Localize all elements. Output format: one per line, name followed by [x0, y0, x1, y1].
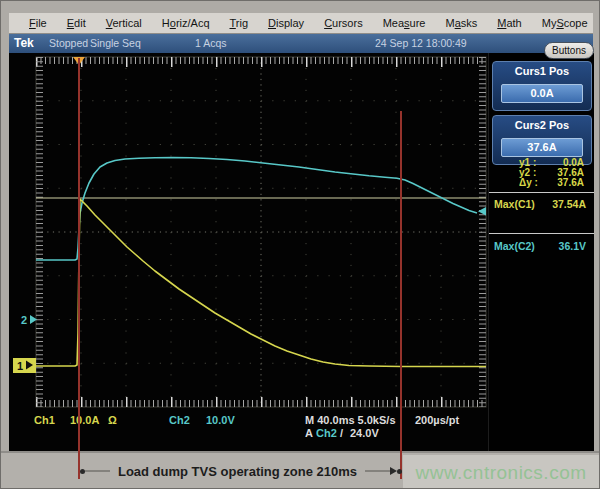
dy-label: Δy : — [519, 177, 538, 188]
cursor2-value-field[interactable]: 37.6A — [501, 138, 583, 157]
ch1-scale[interactable]: 10.0A — [70, 414, 99, 426]
caption-area: Load dump TVS operating zone 210ms www.c… — [1, 451, 600, 489]
timebase-readout: M 40.0ms 5.0kS/s — [305, 414, 396, 426]
right-arrow-icon — [390, 467, 397, 475]
ch1-coupling: Ω — [108, 414, 117, 426]
status-bar: Tek Stopped Single Seq 1 Acqs 24 Sep 12 … — [9, 34, 593, 53]
menu-item-horizacq[interactable]: Horiz/Acq — [152, 15, 220, 32]
menu-item-masks[interactable]: Masks — [435, 15, 487, 32]
annotation-line — [365, 470, 390, 472]
watermark: www.cntronics.com — [403, 455, 599, 489]
ch2-voltage-trace — [36, 158, 477, 260]
oscilloscope-window: FileEditVerticalHoriz/AcqTrigDisplayCurs… — [0, 0, 600, 489]
max-c1-value: 37.54A — [552, 198, 586, 210]
ch2-marker-label: 2 — [21, 314, 27, 326]
menu-item-file[interactable]: File — [19, 15, 57, 32]
zone-start-line — [78, 58, 80, 479]
trigger-source: Ch2 — [316, 427, 337, 439]
zone-end-dot — [397, 469, 402, 474]
dy-value: 37.6A — [557, 177, 584, 188]
menu-item-trig[interactable]: Trig — [220, 15, 259, 32]
trigger-prefix: A — [305, 427, 313, 439]
cursor-readout-y1: y1 : 0.0A — [489, 157, 594, 167]
resolution-readout: 200µs/pt — [415, 414, 459, 426]
menu-bar: FileEditVerticalHoriz/AcqTrigDisplayCurs… — [9, 13, 593, 34]
zone-end-line — [400, 111, 402, 479]
trigger-level-icon[interactable] — [478, 207, 486, 216]
menu-item-vertical[interactable]: Vertical — [96, 15, 152, 32]
side-panel: Curs1 Pos 0.0A Curs2 Pos 37.6A y1 : 0.0A… — [488, 53, 594, 451]
acquisition-mode: Single Seq — [90, 37, 141, 49]
separator — [489, 192, 594, 193]
ch1-label[interactable]: Ch1 — [34, 414, 55, 426]
ch1-marker-label: 1 — [17, 360, 23, 372]
buttons-button[interactable]: Buttons — [544, 42, 594, 59]
menu-item-measure[interactable]: Measure — [373, 15, 436, 32]
max-c1-label: Max(C1) — [494, 198, 535, 210]
cursor1-value-field[interactable]: 0.0A — [501, 84, 583, 103]
annotation-line — [85, 470, 110, 472]
trigger-level-readout: 24.0V — [350, 427, 379, 439]
ch2-label[interactable]: Ch2 — [169, 414, 190, 426]
menu-item-edit[interactable]: Edit — [57, 15, 96, 32]
operating-zone-annotation: Load dump TVS operating zone 210ms — [80, 463, 402, 479]
ch1-current-trace — [36, 199, 486, 367]
ch2-scale[interactable]: 10.0V — [206, 414, 235, 426]
max-c2-label: Max(C2) — [494, 240, 535, 252]
cursor1-title: Curs1 Pos — [493, 65, 591, 77]
cursor-readout-dy: Δy : 37.6A — [489, 177, 594, 187]
menu-item-cursors[interactable]: Cursors — [314, 15, 373, 32]
cursor2-title: Curs2 Pos — [493, 119, 591, 131]
acquisition-count: 1 Acqs — [195, 37, 227, 49]
cursor-readout-y2: y2 : 37.6A — [489, 167, 594, 177]
acquisition-state: Stopped — [49, 37, 88, 49]
trigger-slope-icon: / — [340, 427, 343, 439]
max-c2-value: 36.1V — [559, 240, 586, 252]
menu-item-display[interactable]: Display — [258, 15, 314, 32]
annotation-text: Load dump TVS operating zone 210ms — [118, 464, 357, 479]
datetime: 24 Sep 12 18:00:49 — [375, 37, 467, 49]
tek-logo: Tek — [14, 36, 34, 50]
cursor1-pos-control: Curs1 Pos 0.0A — [492, 61, 592, 111]
scope-display: 2 1 Ch1 10.0A Ω Ch2 10.0V M 40.0ms 5.0kS… — [9, 53, 594, 451]
menu-item-math[interactable]: Math — [487, 15, 531, 32]
menu-item-myscope[interactable]: MyScope — [532, 15, 598, 32]
separator — [489, 233, 594, 234]
